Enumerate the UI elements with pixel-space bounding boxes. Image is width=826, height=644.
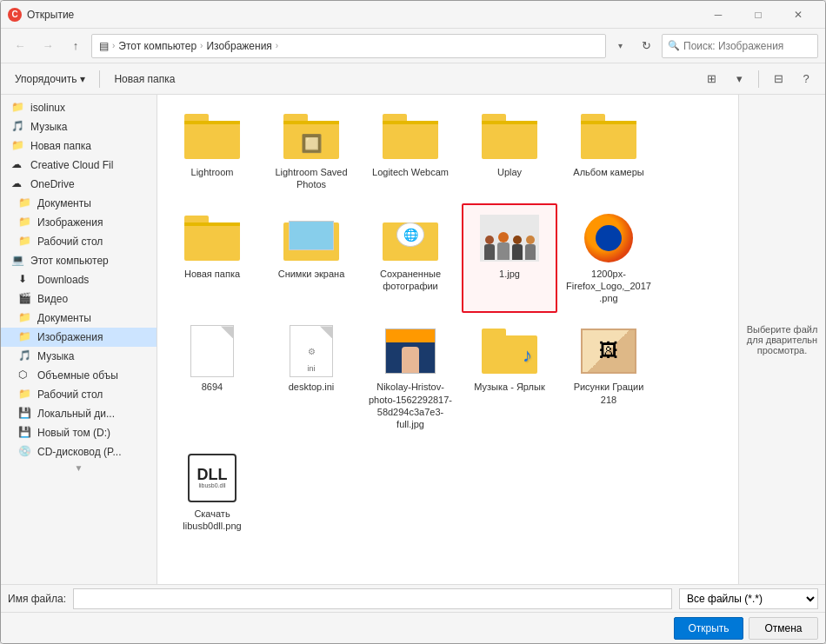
- file-name-new-folder: Новая папка: [184, 268, 240, 280]
- list-item[interactable]: Lightroom: [164, 102, 260, 200]
- sidebar-item-desktop-od[interactable]: 📁 Рабочий стол: [1, 232, 157, 251]
- sidebar-item-desktop-pc[interactable]: 📁 Рабочий стол: [1, 385, 157, 404]
- file-icon-8694: [181, 325, 243, 377]
- scroll-indicator: ▼: [1, 461, 157, 475]
- sidebar-label-onedrive: OneDrive: [30, 178, 75, 190]
- sidebar-item-this-pc[interactable]: 💻 Этот компьютер: [1, 251, 157, 270]
- list-item[interactable]: 1200px-Firefox_Logo,_2017.png: [561, 203, 656, 314]
- address-bar: ← → ↑ ▤ › Этот компьютер › Изображения ›…: [1, 29, 825, 63]
- list-item[interactable]: 8694: [164, 316, 260, 439]
- list-item[interactable]: Nikolay-Hristov-photo-1562292817-58d294c…: [363, 316, 458, 439]
- sidebar-item-objects[interactable]: ⬡ Объемные объы: [1, 366, 157, 385]
- address-dropdown-button[interactable]: ▾: [610, 34, 630, 58]
- close-button[interactable]: ✕: [778, 1, 818, 29]
- status-bar: Имя файла: Все файлы (*.*): [1, 584, 825, 612]
- file-name-1jpg: 1.jpg: [499, 268, 520, 280]
- list-item[interactable]: ♪ Музыка - Ярлык: [462, 316, 557, 439]
- forward-button[interactable]: →: [36, 34, 60, 58]
- sidebar-item-documents-pc[interactable]: 📁 Документы: [1, 309, 157, 328]
- folder-icon: 📁: [11, 101, 25, 115]
- sidebar: 📁 isolinux 🎵 Музыка 📁 Новая папка ☁ Crea…: [1, 95, 157, 584]
- sidebar-item-music[interactable]: 🎵 Музыка: [1, 117, 157, 136]
- sidebar-label-new-volume: Новый том (D:): [37, 427, 110, 439]
- up-button[interactable]: ↑: [63, 34, 88, 58]
- cancel-button[interactable]: Отмена: [749, 617, 818, 640]
- downloads-icon: ⬇: [18, 273, 32, 287]
- list-item[interactable]: 1.jpg: [462, 203, 557, 314]
- list-item[interactable]: DLL libusb0.dll Скачать libusb0dll.png: [164, 443, 260, 541]
- disk-icon: 💾: [18, 426, 32, 440]
- folder-icon: 📁: [18, 235, 32, 249]
- sidebar-item-creative-cloud[interactable]: ☁ Creative Cloud Fil: [1, 156, 157, 175]
- organize-label: Упорядочить: [15, 73, 77, 85]
- sidebar-label-cd-drive: CD-дисковод (P...: [37, 446, 122, 458]
- filename-input[interactable]: [73, 588, 672, 609]
- address-path[interactable]: ▤ › Этот компьютер › Изображения ›: [91, 34, 606, 58]
- search-input[interactable]: [683, 40, 812, 52]
- filetype-select[interactable]: Все файлы (*.*): [679, 588, 818, 609]
- list-item[interactable]: Альбом камеры: [561, 102, 656, 200]
- file-name-desktop-ini: desktop.ini: [289, 381, 335, 393]
- video-icon: 🎬: [18, 292, 32, 306]
- list-item[interactable]: 🌐 Сохраненные фотографии: [363, 203, 458, 314]
- sidebar-item-local-disk[interactable]: 💾 Локальный ди...: [1, 404, 157, 423]
- cloud-icon: ☁: [11, 158, 25, 172]
- view-dropdown-button[interactable]: ▾: [727, 68, 751, 90]
- sidebar-label-creative-cloud: Creative Cloud Fil: [30, 159, 113, 171]
- pane-button[interactable]: ⊟: [766, 68, 790, 90]
- list-item[interactable]: Снимки экрана: [263, 203, 359, 314]
- help-button[interactable]: ?: [794, 68, 818, 90]
- new-folder-button[interactable]: Новая папка: [107, 68, 182, 90]
- search-box[interactable]: 🔍: [662, 34, 818, 58]
- sidebar-item-music-pc[interactable]: 🎵 Музыка: [1, 347, 157, 366]
- file-icon-firefox: [577, 212, 640, 264]
- file-icon-lightroom: [181, 110, 243, 163]
- file-name-music-shortcut: Музыка - Ярлык: [474, 381, 545, 393]
- minimize-button[interactable]: ─: [698, 1, 738, 29]
- list-item[interactable]: Logitech Webcam: [363, 102, 458, 200]
- onedrive-icon: ☁: [11, 177, 25, 191]
- sidebar-label-this-pc: Этот компьютер: [30, 255, 109, 267]
- list-item[interactable]: 🔲 Lightroom Saved Photos: [263, 102, 359, 200]
- file-name-lightroom: Lightroom: [191, 166, 234, 178]
- back-button[interactable]: ←: [8, 34, 32, 58]
- breadcrumb-icon: ▤: [99, 40, 109, 52]
- breadcrumb-images: Изображения: [206, 40, 271, 52]
- sidebar-label-desktop-od: Рабочий стол: [37, 236, 103, 248]
- sidebar-item-onedrive[interactable]: ☁ OneDrive: [1, 175, 157, 194]
- file-icon-new-folder: [181, 212, 243, 264]
- open-button[interactable]: Открыть: [674, 617, 743, 640]
- sidebar-label-music-pc: Музыка: [37, 350, 74, 362]
- chrome-icon: C: [8, 8, 22, 22]
- new-folder-label: Новая папка: [114, 73, 175, 85]
- sidebar-item-images-pc[interactable]: 📁 Изображения: [1, 328, 157, 347]
- music-icon: 🎵: [18, 349, 32, 363]
- toolbar-right: ⊞ ▾ ⊟ ?: [699, 68, 818, 90]
- file-icon-desktop-ini: ⚙ ini: [280, 325, 343, 377]
- refresh-button[interactable]: ↻: [634, 34, 658, 58]
- sidebar-item-new-volume[interactable]: 💾 Новый том (D:): [1, 423, 157, 442]
- cd-icon: 💿: [18, 445, 32, 459]
- folder-icon: 📁: [18, 330, 32, 344]
- maximize-button[interactable]: □: [738, 1, 778, 29]
- toolbar-separator: [99, 70, 100, 88]
- sidebar-label-new-folder: Новая папка: [30, 140, 91, 152]
- sidebar-item-images-od[interactable]: 📁 Изображения: [1, 213, 157, 232]
- list-item[interactable]: 🖼 Рисунки Грации 218: [561, 316, 656, 439]
- sidebar-item-downloads[interactable]: ⬇ Downloads: [1, 270, 157, 289]
- sidebar-item-video[interactable]: 🎬 Видео: [1, 289, 157, 309]
- list-item[interactable]: Новая папка: [164, 203, 260, 314]
- list-item[interactable]: ⚙ ini desktop.ini: [263, 316, 359, 439]
- view-toggle-button[interactable]: ⊞: [699, 68, 723, 90]
- sidebar-item-cd-drive[interactable]: 💿 CD-дисковод (P...: [1, 442, 157, 461]
- file-icon-lightroom-saved: 🔲: [280, 110, 343, 163]
- file-icon-1jpg: [478, 212, 541, 264]
- folder-icon: 📁: [18, 216, 32, 229]
- cube-icon: ⬡: [18, 368, 32, 382]
- organize-button[interactable]: Упорядочить ▾: [8, 68, 92, 90]
- list-item[interactable]: Uplay: [462, 102, 557, 200]
- sidebar-item-isolinux[interactable]: 📁 isolinux: [1, 98, 157, 117]
- sidebar-item-new-folder[interactable]: 📁 Новая папка: [1, 136, 157, 156]
- sidebar-label-objects: Объемные объы: [37, 369, 118, 382]
- sidebar-item-documents-od[interactable]: 📁 Документы: [1, 194, 157, 213]
